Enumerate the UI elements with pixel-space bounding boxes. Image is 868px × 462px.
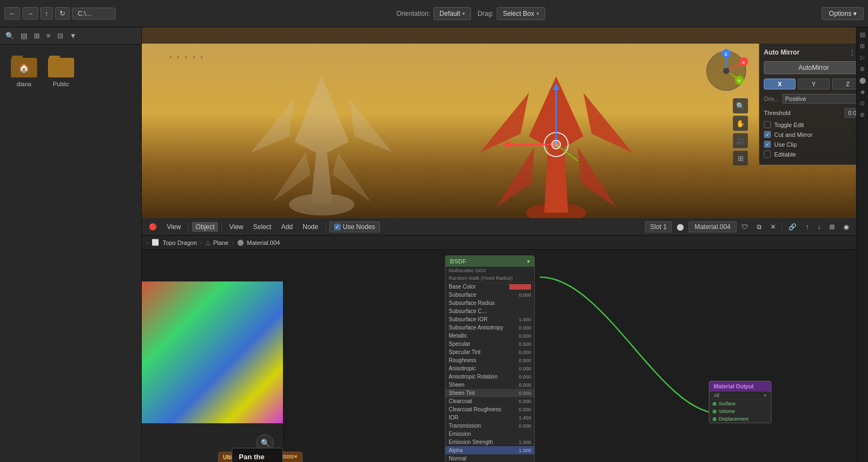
bsdf-header: BSDF ●: [445, 256, 534, 267]
matout-volume-row: Volume: [709, 407, 771, 415]
nav-refresh-btn[interactable]: ↻: [55, 7, 70, 20]
ne-close-btn[interactable]: ✕: [767, 222, 780, 232]
nav-forward-btn[interactable]: →: [22, 7, 38, 20]
auto-mirror-btn[interactable]: AutoMirror: [764, 61, 864, 74]
toggle-edit-label: Toggle Edit: [774, 122, 804, 128]
sort-btn[interactable]: ▼: [68, 31, 79, 41]
file-item-public[interactable]: Public: [48, 56, 74, 87]
bsdf-ssc-label: Subsurface C...: [449, 308, 486, 314]
bsdf-row-sheentint: Sheen Tint 0.500: [445, 389, 534, 397]
ne-mode-btn[interactable]: 🔴: [145, 222, 161, 232]
cut-mirror-cb[interactable]: ✓: [764, 131, 771, 138]
right-icon-8[interactable]: ⊛: [858, 110, 867, 119]
vp-grid-icon[interactable]: ⊞: [733, 151, 748, 166]
options-btn[interactable]: Options ▾: [822, 7, 864, 20]
viewport-3d[interactable]: ↖ ⊕ ✥ ↻ ⊡ ⊞ ✏ ∧ ∧ ∧ ∧ ∧: [142, 27, 868, 218]
nav-up-btn[interactable]: ↑: [40, 7, 53, 20]
ne-copy-btn[interactable]: ⧉: [753, 222, 765, 232]
bsdf-type: Multiscatter GGX: [445, 267, 534, 274]
ne-sphere-btn[interactable]: ⬤: [673, 222, 688, 232]
ne-sep1: [188, 222, 189, 232]
ne-sep2: [221, 222, 222, 232]
folder-body-public: [48, 58, 74, 77]
nav-gizmo-svg[interactable]: Z X Y: [704, 49, 748, 93]
bsdf-emstr-val: 1.000: [519, 440, 531, 445]
bsdf-node[interactable]: BSDF ● Multiscatter GGX Random Walk (Fix…: [445, 255, 535, 462]
orientation-group: Orientation: Default ▾: [396, 7, 471, 20]
nav-buttons: ← → ↑ ↻ C:\...: [4, 7, 116, 20]
orientation-dropdown[interactable]: Default ▾: [433, 7, 471, 20]
right-icon-3[interactable]: ▷: [858, 52, 867, 62]
drag-dropdown[interactable]: Select Box ▾: [497, 7, 545, 20]
matout-volume-label: Volume: [719, 409, 735, 414]
ne-shading-btn[interactable]: ◉: [840, 222, 853, 232]
bsdf-sheentint-label: Sheen Tint: [449, 390, 475, 396]
grid-view-btn[interactable]: ⊞: [32, 31, 42, 41]
use-nodes-btn[interactable]: ✓ Use Nodes: [329, 221, 380, 232]
use-clip-cb[interactable]: ✓: [764, 141, 771, 148]
right-icon-7[interactable]: ⊙: [858, 98, 867, 108]
bc-object[interactable]: Topo Dragon: [162, 239, 197, 246]
bc-material[interactable]: Material.004: [247, 239, 280, 246]
ne-arr2-btn[interactable]: ↓: [813, 222, 824, 232]
ne-select-btn[interactable]: Select: [249, 222, 275, 232]
auto-mirror-header: Auto Mirror ⋮⋮: [764, 48, 864, 57]
node-canvas[interactable]: Pan the view Shortcut: Middle Mouse 🔍 ✋ …: [142, 250, 856, 462]
file-label-public: Public: [53, 81, 69, 87]
slot-select[interactable]: Slot 1: [645, 221, 672, 232]
bsdf-title: BSDF: [450, 258, 466, 265]
vp-camera-icon[interactable]: 🎥: [733, 133, 748, 148]
axis-x-btn[interactable]: X: [764, 79, 795, 89]
filter-btn[interactable]: ▤: [19, 31, 29, 41]
ne-shield-btn[interactable]: 🛡: [738, 222, 752, 232]
bsdf-row-anis: Anisotropic 0.000: [445, 364, 534, 373]
file-item-diana[interactable]: 🏠 diana: [11, 56, 37, 87]
bsdf-ccrough-val: 0.000: [519, 407, 531, 412]
bc-expand[interactable]: ›: [146, 238, 148, 247]
vp-right-icons: 🔍 ✋ 🎥 ⊞: [733, 98, 748, 166]
bsdf-rough-label: Roughness: [449, 357, 477, 363]
editable-cb[interactable]: [764, 151, 771, 158]
ne-mat-btn[interactable]: Material.004: [689, 221, 737, 232]
ne-link-btn[interactable]: 🔗: [785, 222, 800, 232]
toggle-edit-cb[interactable]: [764, 121, 771, 128]
ne-view-btn[interactable]: View: [163, 222, 185, 232]
drag-chevron: ▾: [537, 11, 539, 16]
use-clip-row: ✓ Use Clip: [764, 141, 864, 148]
filter2-btn[interactable]: ⊟: [55, 31, 65, 41]
top-bar-center: Orientation: Default ▾ Drag: Select Box …: [120, 7, 822, 20]
orientation-label: Orientation:: [396, 10, 430, 17]
right-icon-6[interactable]: ◈: [858, 87, 867, 97]
vp-zoom-icon[interactable]: 🔍: [733, 98, 748, 113]
ne-arr1-btn[interactable]: ↑: [801, 222, 812, 232]
bsdf-ccrough-label: Clearcoat Roughness: [449, 406, 501, 412]
orient-select[interactable]: Positive: [782, 94, 859, 104]
matout-surface-row: Surface: [709, 400, 771, 407]
right-icon-1[interactable]: ▤: [858, 29, 867, 39]
node-editor: 🔴 View Object View Select Add Node ✓ Use…: [142, 218, 856, 462]
list-view-btn[interactable]: ≡: [44, 31, 53, 41]
right-icon-2[interactable]: ⊞: [858, 41, 867, 51]
breadcrumb-bar: › ⬜ Topo Dragon › △ Plane › ⬤ Material.0…: [142, 236, 856, 250]
drag-value: Select Box: [503, 10, 534, 17]
vp-pan-icon[interactable]: ✋: [733, 116, 748, 131]
ne-object-btn[interactable]: Object: [192, 222, 219, 232]
right-icon-5[interactable]: ⬤: [858, 75, 867, 85]
matout-node[interactable]: Material Output All ▾ Surface Volume Dis…: [709, 381, 771, 423]
ne-node-btn[interactable]: Node: [299, 222, 322, 232]
ne-add-btn[interactable]: Add: [278, 222, 297, 232]
bc-mesh[interactable]: Plane: [213, 239, 228, 246]
path-display[interactable]: C:\...: [72, 8, 116, 20]
right-icon-4[interactable]: ⊕: [858, 64, 867, 74]
nav-back-btn[interactable]: ←: [4, 7, 20, 20]
tooltip-title: Pan the view: [239, 453, 276, 462]
ne-overlays-btn[interactable]: ⊞: [825, 222, 839, 232]
matout-volume-socket: [713, 410, 716, 413]
bsdf-basecolor-swatch[interactable]: [509, 284, 531, 290]
bsdf-alpha-val: 1.000: [519, 448, 531, 453]
axis-y-btn[interactable]: Y: [798, 79, 829, 89]
bsdf-row-metallic: Metallic 0.000: [445, 332, 534, 340]
bsdf-row-spectint: Specular Tint 0.000: [445, 348, 534, 356]
ne-view2-btn[interactable]: View: [225, 222, 247, 232]
search-icon-btn[interactable]: 🔍: [3, 31, 16, 41]
